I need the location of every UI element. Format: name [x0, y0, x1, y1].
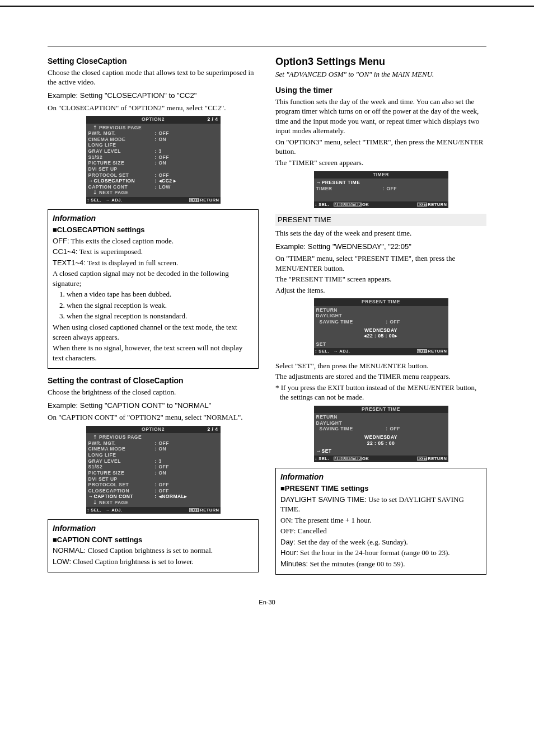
page-footer: En-30 [48, 598, 486, 607]
osd-timer: TIMER PRESENT TIME TIMER:OFF ↕ SEL. MENU… [314, 171, 448, 209]
contrast-intro: Choose the brightness of the closed capt… [48, 387, 259, 397]
present-p3: The "PRESENT TIME" screen appears. [275, 274, 486, 284]
present-p2: On "TIMER" menu, select "PRESENT TIME", … [275, 253, 486, 273]
timer-p2: On "OPTION3" menu, select "TIMER", then … [275, 137, 486, 157]
contrast-instruction: On "CAPTION CONT" of "OPTION2" menu, sel… [48, 412, 259, 422]
advanced-note: Set "ADVANCED OSM" to "ON" in the MAIN M… [275, 69, 486, 79]
left-column: Setting CloseCaption Choose the closed c… [48, 50, 259, 581]
right-column: Option3 Settings Menu Set "ADVANCED OSM"… [275, 50, 486, 581]
heading-timer: Using the timer [275, 85, 486, 96]
info-present-time: Information PRESENT TIME settings DAYLIG… [275, 468, 486, 575]
closecaption-instruction: On "CLOSECAPTION" of "OPTION2" menu, sel… [48, 103, 259, 113]
heading-option3: Option3 Settings Menu [275, 55, 486, 68]
osd-option2-caption-cont: OPTION22 / 4 ⇡ PREVIOUS PAGE PWR. MGT.:O… [86, 426, 221, 514]
closecaption-intro: Choose the closed caption mode that allo… [48, 68, 259, 87]
heading-closecaption: Setting CloseCaption [48, 56, 259, 67]
after-osd4-p1: Select "SET", then press the MENU/ENTER … [275, 361, 486, 371]
contrast-example: Example: Setting "CAPTION CONT" to "NORM… [48, 401, 259, 411]
present-p1: This sets the day of the week and presen… [275, 228, 486, 238]
present-p4: Adjust the items. [275, 285, 486, 295]
timer-p1: This function sets the day of the week a… [275, 97, 486, 136]
osd-present-time-2: PRESENT TIME RETURN DAYLIGHT SAVING TIME… [314, 406, 448, 462]
info-caption-cont: Information CAPTION CONT settings NORMAL… [48, 519, 259, 573]
after-osd4-p3: * If you press the EXIT button instead o… [275, 383, 486, 402]
osd-present-time-1: PRESENT TIME RETURN DAYLIGHT SAVING TIME… [314, 298, 448, 355]
timer-p3: The "TIMER" screen appears. [275, 158, 486, 168]
osd-option2-closecaption: OPTION22 / 4 ⇡ PREVIOUS PAGE PWR. MGT.:O… [86, 116, 221, 204]
after-osd4-p2: The adjustments are stored and the TIMER… [275, 372, 486, 382]
info-closecaption: Information CLOSECAPTION settings OFF: T… [48, 209, 259, 369]
closecaption-example: Example: Setting "CLOSECAPTION" to "CC2" [48, 91, 259, 101]
present-time-heading: PRESENT TIME [275, 214, 486, 226]
present-example: Example: Setting "WEDNESDAY", "22:05" [275, 242, 486, 252]
heading-contrast: Setting the contrast of CloseCaption [48, 375, 259, 386]
